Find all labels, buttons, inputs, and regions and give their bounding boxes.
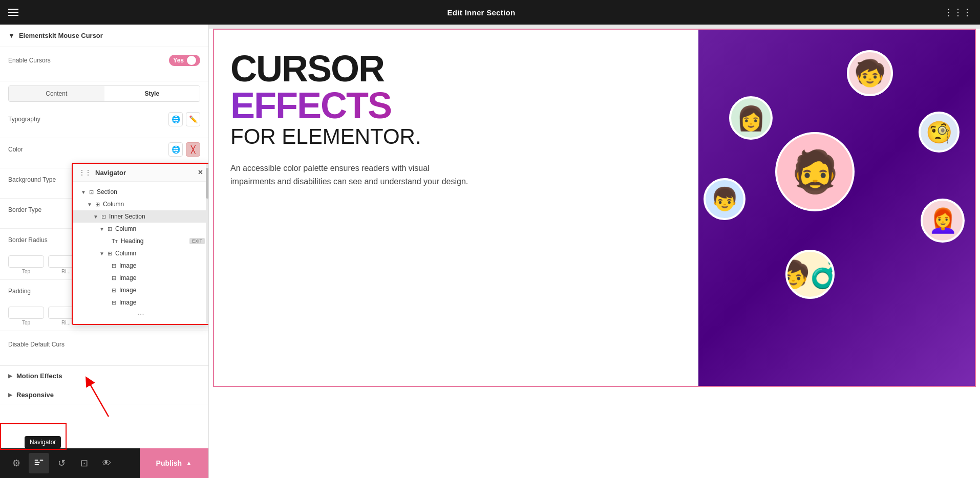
disable-cursor-label: Disable Default Curs [8,341,65,348]
nav-item-column-1[interactable]: ▼ ⊞ Column [73,198,209,210]
avatar-2: 👩 [729,96,773,140]
nav-img3-label: Image [119,287,136,294]
section-title-label: Elementskit Mouse Cursor [19,32,103,39]
nav-img1-icon: ⊟ [112,263,116,269]
avatar-6: 👩‍🦰 [921,199,965,243]
navigator-title: Navigator [95,169,126,177]
publish-button[interactable]: Publish ▲ [140,448,208,478]
grid-icon[interactable]: ⋮⋮⋮ [944,7,972,18]
nav-item-image-2[interactable]: ⊟ Image [73,272,209,284]
page-right: 🧒 👩 🧐 🧔 👦 [698,30,975,386]
content-style-tabs: Content Style [8,85,200,102]
tab-style[interactable]: Style [104,86,200,101]
color-swatch-icon[interactable]: ╳ [186,142,200,157]
mouse-cursor-section[interactable]: ▼ Elementskit Mouse Cursor [0,25,208,47]
nav-more-indicator: ··· [73,309,209,320]
toggle-circle [187,56,196,65]
nav-item-section[interactable]: ▼ ⊡ Section [73,186,209,198]
disable-cursor-row: Disable Default Curs [8,336,200,353]
page-left: CURSOR EFFECTS FOR ELEMENTOR. An accessi… [214,30,698,386]
typography-global-icon[interactable]: 🌐 [168,112,183,126]
nav-img2-icon: ⊟ [112,275,116,281]
color-row: Color 🌐 ╳ [8,141,200,158]
responsive-label: Responsive [16,391,54,399]
nav-col2-arrow: ▼ [99,226,104,232]
svg-rect-3 [35,462,40,463]
border-radius-top-input[interactable] [8,255,44,268]
navigator-close-button[interactable]: × [198,168,203,177]
nav-inner-label: Inner Section [109,213,145,220]
publish-label: Publish [156,459,182,467]
bottom-toolbar: ⚙ ↺ ⊡ 👁 Publish ▲ [0,448,208,478]
nav-item-image-1[interactable]: ⊟ Image [73,259,209,272]
page-preview: CURSOR EFFECTS FOR ELEMENTOR. An accessi… [213,29,976,387]
cursor-heading: CURSOR [230,50,682,87]
avatar-1: 🧒 [847,50,893,96]
effects-heading: EFFECTS [230,87,682,124]
navigator-icon-btn[interactable] [29,453,49,473]
arrow-annotation [78,376,119,422]
nav-img1-label: Image [119,262,136,269]
page-title: Edit Inner Section [448,8,516,17]
motion-effects-label: Motion Effects [16,372,62,380]
padding-label: Padding [8,288,31,295]
responsive-icon-btn[interactable]: ⊡ [74,453,94,473]
nav-col3-icon: ⊞ [108,250,112,257]
toggle-value: Yes [173,57,184,64]
header: Edit Inner Section ⋮⋮⋮ [0,0,980,25]
enable-cursors-row: Enable Cursors Yes [0,47,208,81]
background-type-label: Background Type [8,176,56,183]
nav-col3-label: Column [115,250,136,257]
navigator-panel: ⋮⋮ Navigator × ▼ ⊡ Section ▼ ⊞ Column [72,163,209,325]
avatar-7: 🧒‍♂️ [785,250,835,299]
enable-cursors-toggle[interactable]: Yes [169,55,200,66]
nav-item-column-2[interactable]: ▼ ⊞ Column [73,223,209,235]
nav-item-column-3[interactable]: ▼ ⊞ Column [73,247,209,259]
responsive-arrow: ▶ [8,392,12,398]
typography-edit-icon[interactable]: ✏️ [186,112,200,126]
color-label: Color [8,146,23,153]
nav-item-image-3[interactable]: ⊟ Image [73,284,209,296]
settings-icon-btn[interactable]: ⚙ [6,453,27,473]
nav-heading-icon: Tт [112,238,118,244]
nav-col1-label: Column [103,201,124,208]
avatar-4: 🧔 [775,132,855,211]
svg-rect-2 [35,460,38,461]
svg-line-1 [88,381,109,417]
avatar-3: 🧐 [919,112,960,153]
section-collapse-arrow: ▼ [8,32,15,39]
nav-item-inner-section[interactable]: ▼ ⊡ Inner Section [73,210,209,223]
description-text: An accessible color palette ensures read… [230,162,476,188]
history-icon-btn[interactable]: ↺ [51,453,72,473]
nav-inner-arrow: ▼ [93,214,98,220]
nav-item-heading[interactable]: Tт Heading EXIT [73,235,209,247]
nav-section-icon: ⊡ [89,189,94,195]
color-global-icon[interactable]: 🌐 [168,142,183,157]
nav-col1-icon: ⊞ [95,201,100,208]
nav-img3-icon: ⊟ [112,287,116,294]
nav-inner-icon: ⊡ [101,213,106,220]
border-radius-top-label: Top [8,269,44,274]
svg-rect-4 [35,464,39,465]
svg-rect-5 [40,460,44,461]
padding-top-input[interactable] [8,307,44,319]
nav-col2-label: Column [115,225,136,232]
nav-section-arrow: ▼ [81,189,86,195]
publish-chevron-icon: ▲ [186,460,192,467]
nav-item-image-4[interactable]: ⊟ Image [73,296,209,309]
border-type-label: Border Type [8,206,41,213]
avatar-5: 👦 [704,178,745,220]
nav-img2-label: Image [119,274,136,281]
navigator-header-left: ⋮⋮ Navigator [79,169,126,177]
nav-exit-badge: EXIT [189,238,205,244]
hamburger-icon[interactable] [8,9,18,16]
nav-heading-label: Heading [121,237,144,245]
navigator-drag-icon[interactable]: ⋮⋮ [79,169,91,176]
elementor-subtitle: FOR ELEMENTOR. [230,124,682,149]
tab-content[interactable]: Content [9,86,104,101]
nav-section-label: Section [97,188,117,195]
typography-row: Typography 🌐 ✏️ [8,111,200,127]
nav-col3-arrow: ▼ [99,251,104,256]
preview-icon-btn[interactable]: 👁 [96,453,117,473]
motion-effects-arrow: ▶ [8,373,12,379]
